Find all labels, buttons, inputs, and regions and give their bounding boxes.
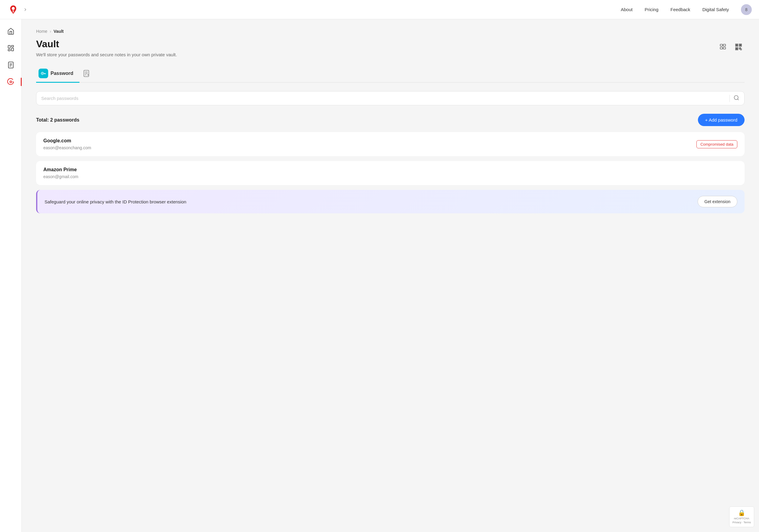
privacy-banner: Safeguard your online privacy with the I…	[36, 190, 744, 213]
scan-icon	[7, 45, 15, 52]
breadcrumb: Home › Vault	[36, 29, 744, 34]
recaptcha-links: Privacy · Terms	[733, 521, 751, 524]
svg-rect-22	[736, 48, 737, 49]
nav-pricing[interactable]: Pricing	[645, 7, 659, 12]
search-input[interactable]	[41, 92, 726, 105]
svg-rect-5	[8, 49, 10, 51]
banner-text: Safeguard your online privacy with the I…	[45, 199, 186, 204]
nav-toggle[interactable]	[22, 6, 29, 13]
password-site-amazon: Amazon Prime	[43, 167, 78, 172]
tab-notes[interactable]	[79, 66, 98, 83]
reports-icon	[7, 61, 15, 69]
total-label: Total: 2 passwords	[36, 117, 79, 123]
password-email-google: eason@easonchang.com	[43, 145, 91, 150]
sidebar-item-home[interactable]	[4, 24, 18, 39]
add-password-button[interactable]: + Add password	[698, 114, 744, 126]
nav-about[interactable]: About	[621, 7, 633, 12]
active-indicator	[21, 78, 22, 86]
qr-icon-btn[interactable]	[733, 41, 744, 53]
nav-feedback[interactable]: Feedback	[670, 7, 690, 12]
compromised-badge: Compromised data	[697, 140, 737, 148]
search-divider	[730, 95, 730, 102]
breadcrumb-current: Vault	[54, 29, 63, 34]
password-card-google[interactable]: Google.com eason@easonchang.com Compromi…	[36, 132, 744, 156]
svg-point-36	[734, 95, 738, 99]
nav-digital-safety[interactable]: Digital Safety	[702, 7, 729, 12]
app-logo	[7, 4, 19, 16]
svg-rect-16	[723, 47, 726, 49]
password-card-amazon[interactable]: Amazon Prime eason@gmail.com	[36, 161, 744, 185]
svg-line-37	[738, 99, 739, 100]
sidebar-item-scan[interactable]	[4, 41, 18, 56]
home-icon	[7, 28, 15, 35]
search-bar	[36, 91, 744, 105]
recaptcha-widget: 🔒 reCAPTCHA Privacy · Terms	[729, 507, 754, 527]
tab-password-label: Password	[51, 71, 73, 76]
svg-point-11	[10, 81, 12, 83]
title-area: Vault We'll store your passwords and sec…	[36, 39, 177, 66]
content-header: Vault We'll store your passwords and sec…	[36, 39, 744, 66]
page-subtitle: We'll store your passwords and secure no…	[36, 52, 177, 57]
page-title: Vault	[36, 39, 177, 50]
svg-rect-3	[12, 46, 14, 47]
tab-password[interactable]: Password	[36, 66, 79, 83]
top-nav: About Pricing Feedback Digital Safety 8	[0, 0, 759, 19]
recaptcha-logo: 🔒	[738, 509, 745, 516]
svg-rect-20	[740, 45, 741, 46]
svg-rect-18	[736, 45, 737, 46]
nav-right: About Pricing Feedback Digital Safety 8	[621, 4, 752, 15]
tab-notes-icon	[82, 69, 92, 78]
svg-point-1	[12, 7, 15, 10]
password-site-google: Google.com	[43, 138, 91, 143]
svg-rect-4	[12, 48, 14, 51]
search-icon-btn[interactable]	[734, 95, 739, 102]
sidebar-item-reports[interactable]	[4, 58, 18, 72]
qr-icon	[735, 43, 742, 51]
tab-password-icon	[39, 69, 48, 78]
password-email-amazon: eason@gmail.com	[43, 174, 78, 179]
total-row: Total: 2 passwords + Add password	[36, 114, 744, 126]
refresh-icon-btn[interactable]	[717, 41, 729, 53]
recaptcha-text: reCAPTCHA	[734, 517, 749, 520]
svg-rect-2	[8, 46, 10, 48]
vault-icon	[7, 78, 15, 86]
breadcrumb-home[interactable]: Home	[36, 29, 47, 34]
get-extension-button[interactable]: Get extension	[698, 196, 737, 207]
sidebar-item-vault[interactable]	[4, 75, 18, 89]
svg-point-28	[42, 73, 43, 74]
password-card-info-google: Google.com eason@easonchang.com	[43, 138, 91, 150]
tabs: Password	[36, 66, 744, 83]
password-card-info-amazon: Amazon Prime eason@gmail.com	[43, 167, 78, 179]
nav-avatar[interactable]: 8	[741, 4, 752, 15]
main-content: Home › Vault Vault We'll store your pass…	[22, 19, 759, 532]
header-icons	[717, 41, 744, 53]
search-icon	[734, 95, 739, 101]
breadcrumb-chevron: ›	[50, 29, 51, 34]
sidebar	[0, 19, 22, 532]
nav-left	[7, 4, 29, 16]
refresh-icon	[719, 43, 727, 51]
main-layout: Home › Vault Vault We'll store your pass…	[0, 19, 759, 532]
svg-rect-14	[723, 44, 726, 46]
svg-rect-13	[720, 44, 723, 46]
svg-rect-15	[720, 47, 723, 49]
